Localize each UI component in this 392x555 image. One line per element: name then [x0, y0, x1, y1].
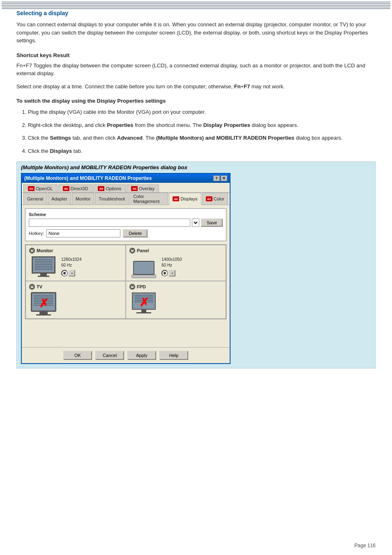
laptop-screen [133, 261, 154, 275]
laptop-image [129, 255, 158, 278]
panel-inner: 1400x1050 60 Hz ▪ [129, 255, 182, 278]
tab-displays-label: Displays [180, 196, 198, 201]
page-number: Page 116 [355, 543, 376, 548]
laptop-screen-lines [2, 2, 390, 553]
tv-x-overlay: ✗ [29, 291, 58, 316]
fpd-power-icon[interactable] [129, 284, 135, 290]
tab-displays[interactable]: Ati Displays [169, 193, 201, 205]
fpd-disabled-x: ✗ [139, 297, 149, 309]
display-panel[interactable]: Panel [126, 245, 226, 281]
tv-image-wrapper: ✗ [29, 291, 58, 316]
dialog-box-section: (Multiple Monitors) and MOBILITY RADEON … [16, 161, 376, 368]
fpd-inner: ✗ [129, 291, 158, 314]
ati-icon-displays: Ati [173, 196, 179, 201]
tv-disabled-x: ✗ [39, 298, 48, 309]
dialog-content: Scheme Save Hotkey: Delete [22, 205, 230, 347]
windows-dialog[interactable]: (Multiple Monitors) and MOBILITY RADEON … [21, 173, 231, 364]
fpd-image-wrapper: ✗ [129, 291, 158, 314]
tv-power-icon[interactable] [29, 284, 35, 290]
displays-grid: Monitor [25, 244, 226, 319]
fpd-x-overlay: ✗ [129, 291, 158, 314]
tv-inner: ✗ [29, 291, 58, 316]
